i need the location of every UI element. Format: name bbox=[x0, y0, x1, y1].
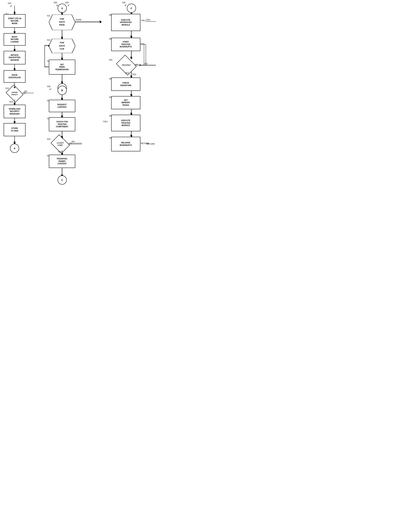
svg-marker-25 bbox=[61, 81, 63, 83]
start-cpu-node: START CPU IN SECURE MODE bbox=[4, 14, 26, 28]
svg-text:PAGE: PAGE bbox=[59, 24, 65, 26]
svg-marker-50 bbox=[130, 57, 132, 59]
svg-text:DONE: DONE bbox=[76, 19, 81, 21]
svg-marker-138 bbox=[140, 64, 141, 66]
svg-marker-52 bbox=[130, 76, 132, 77]
svg-text:FOR: FOR bbox=[60, 18, 64, 20]
svg-marker-3 bbox=[14, 31, 15, 33]
svg-marker-108 bbox=[100, 21, 101, 23]
connector-a-top: A bbox=[58, 4, 67, 13]
accept-comp-yes-label: YES bbox=[58, 151, 62, 153]
svg-text:FOR: FOR bbox=[60, 42, 64, 44]
check-signature-node: CHECK SIGNATURE bbox=[111, 77, 140, 91]
for-each-page-hex: FOR EACH PAGE bbox=[49, 15, 75, 30]
initiate-encrypted-node: INITIATE ENCRYPTED SESSION bbox=[4, 51, 26, 64]
return-label: RETURN bbox=[141, 142, 149, 144]
flowchart-diagram: NO DONE bbox=[0, 0, 164, 208]
trusted-yes-label: YES bbox=[125, 72, 129, 74]
release-interrupts-node: RELEASE INTERRUPTS bbox=[111, 137, 140, 151]
svg-marker-19 bbox=[61, 13, 63, 15]
store-to-disk-node: STORE TO DISK bbox=[4, 123, 26, 136]
svg-marker-21 bbox=[61, 37, 63, 39]
execute-trusted-node: EXECUTE TRUSTED MODULE bbox=[111, 115, 140, 131]
boot-secure-loader-node: BOOT SECURE LOADER bbox=[4, 33, 26, 46]
svg-text:EACH: EACH bbox=[59, 45, 65, 47]
num-543-label: 543 bbox=[109, 59, 112, 61]
connector-a-bottom: A bbox=[10, 144, 19, 153]
offer-trust-diamond: OFFER TRUST? bbox=[8, 88, 21, 99]
trusted-no-label: NO bbox=[135, 63, 138, 66]
svg-text:CCR: CCR bbox=[60, 48, 64, 50]
vouch-trusted-node: VOUCH FOR TRUSTED COMPONENT bbox=[49, 117, 75, 131]
svg-text:NO: NO bbox=[145, 62, 148, 65]
connector-c-top: C bbox=[127, 4, 136, 13]
issue-certificate-node: ISSUE CERTIFICATE bbox=[4, 70, 26, 83]
connector-c-bottom: C bbox=[58, 175, 67, 184]
svg-marker-11 bbox=[14, 103, 15, 105]
offer-trust-no-label: NO bbox=[23, 92, 26, 94]
set-permissions-node: SET R/W/E PERMISSIONS bbox=[49, 60, 75, 75]
svg-text:YES: YES bbox=[132, 73, 136, 76]
download-security-node: DOWNLOAD SECURITY MANAGER bbox=[4, 105, 26, 118]
svg-marker-13 bbox=[14, 121, 15, 123]
start-trusted-interrupts-node: START TRUSTED INTERRUPTS bbox=[111, 38, 140, 51]
svg-marker-56 bbox=[130, 113, 132, 115]
svg-marker-1 bbox=[14, 12, 15, 14]
svg-marker-31 bbox=[100, 21, 102, 22]
transfer-permit-node: TRANSFER, PERMIT CONTENT bbox=[49, 155, 75, 168]
svg-marker-58 bbox=[130, 135, 132, 137]
for-each-ccr-hex: FOR EACH CCR bbox=[49, 39, 75, 53]
trusted-diamond: TRUSTED? bbox=[118, 59, 135, 72]
svg-marker-23 bbox=[61, 58, 63, 60]
call-541-label: CALL bbox=[141, 19, 146, 21]
connector-b-530: B bbox=[58, 86, 67, 95]
accept-comp-diamond: ACCEPT COMP. bbox=[53, 138, 68, 150]
svg-marker-7 bbox=[14, 68, 15, 70]
num-533-label: 533 bbox=[47, 138, 50, 140]
svg-text:CALL: CALL bbox=[146, 19, 151, 21]
svg-marker-15 bbox=[14, 142, 15, 144]
svg-marker-5 bbox=[14, 49, 15, 51]
set-memory-pages-node: SET MEMORY PAGES bbox=[111, 96, 140, 109]
svg-marker-34 bbox=[61, 98, 63, 100]
svg-text:EACH: EACH bbox=[59, 21, 65, 23]
request-content-node: REQUEST CONTENT bbox=[49, 100, 75, 112]
svg-marker-48 bbox=[130, 36, 132, 38]
svg-text:NO: NO bbox=[72, 140, 75, 143]
execute-untrusted-node: EXECUTE UNTRUSTED MODULE bbox=[111, 14, 140, 31]
svg-text:YES: YES bbox=[9, 101, 13, 103]
call-546-label: CALL bbox=[103, 120, 108, 122]
accept-comp-no-label: NO bbox=[69, 142, 72, 144]
svg-marker-54 bbox=[130, 94, 132, 96]
